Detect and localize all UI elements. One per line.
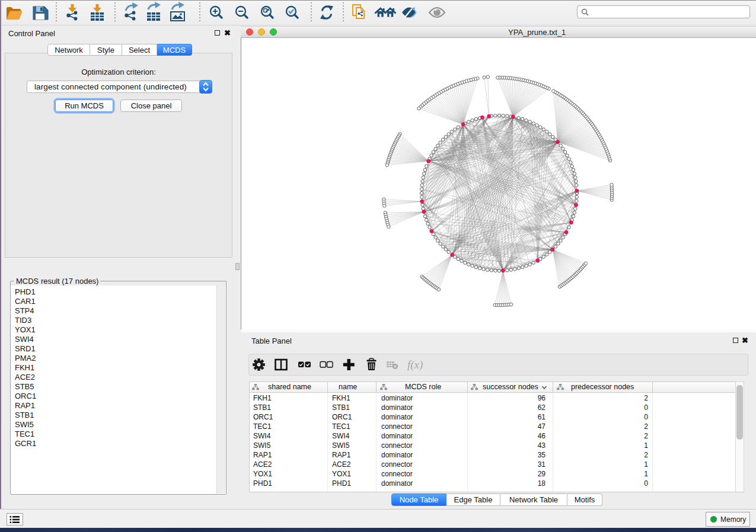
svg-text:f(x): f(x) bbox=[407, 358, 423, 371]
